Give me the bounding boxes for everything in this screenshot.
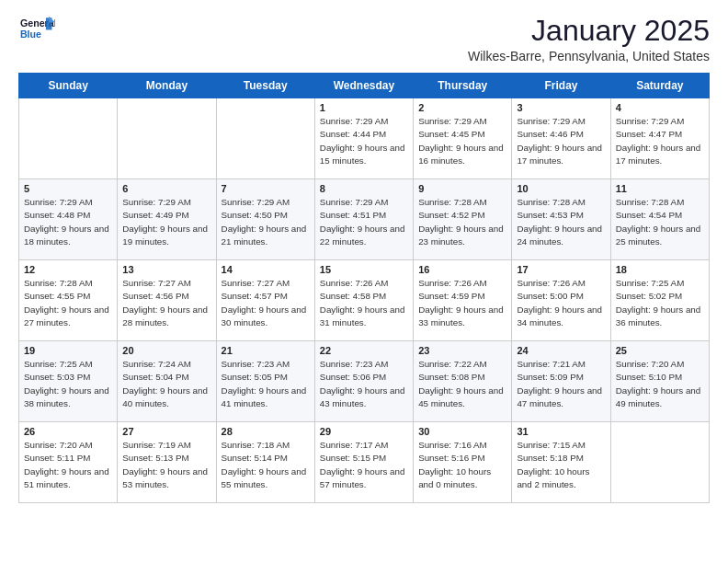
day-number: 23 <box>418 345 506 356</box>
calendar-cell: 29Sunrise: 7:17 AM Sunset: 5:15 PM Dayli… <box>314 422 413 503</box>
calendar-cell <box>118 98 216 179</box>
day-number: 15 <box>320 264 408 275</box>
day-number: 13 <box>122 264 210 275</box>
day-number: 30 <box>418 426 506 437</box>
calendar-cell: 4Sunrise: 7:29 AM Sunset: 4:47 PM Daylig… <box>610 98 709 179</box>
header: General Blue January 2025 Wilkes-Barre, … <box>18 15 710 63</box>
day-number: 27 <box>122 426 210 437</box>
calendar-week-3: 12Sunrise: 7:28 AM Sunset: 4:55 PM Dayli… <box>19 260 710 341</box>
day-number: 4 <box>616 102 704 113</box>
col-sunday: Sunday <box>19 74 118 98</box>
day-info: Sunrise: 7:29 AM Sunset: 4:48 PM Dayligh… <box>24 196 112 248</box>
calendar-week-5: 26Sunrise: 7:20 AM Sunset: 5:11 PM Dayli… <box>19 422 710 503</box>
day-info: Sunrise: 7:28 AM Sunset: 4:53 PM Dayligh… <box>517 196 605 248</box>
calendar-cell: 24Sunrise: 7:21 AM Sunset: 5:09 PM Dayli… <box>512 341 610 422</box>
day-info: Sunrise: 7:27 AM Sunset: 4:56 PM Dayligh… <box>122 277 210 329</box>
day-number: 31 <box>517 426 605 437</box>
calendar-cell: 23Sunrise: 7:22 AM Sunset: 5:08 PM Dayli… <box>414 341 512 422</box>
location-title: Wilkes-Barre, Pennsylvania, United State… <box>468 49 710 63</box>
calendar-cell: 22Sunrise: 7:23 AM Sunset: 5:06 PM Dayli… <box>314 341 413 422</box>
day-number: 7 <box>222 183 310 194</box>
col-thursday: Thursday <box>414 74 512 98</box>
day-info: Sunrise: 7:28 AM Sunset: 4:52 PM Dayligh… <box>418 196 506 248</box>
day-number: 22 <box>320 345 408 356</box>
day-info: Sunrise: 7:20 AM Sunset: 5:11 PM Dayligh… <box>24 439 112 491</box>
day-number: 3 <box>517 102 605 113</box>
day-info: Sunrise: 7:29 AM Sunset: 4:47 PM Dayligh… <box>616 115 704 167</box>
calendar-cell: 10Sunrise: 7:28 AM Sunset: 4:53 PM Dayli… <box>512 179 610 260</box>
day-info: Sunrise: 7:23 AM Sunset: 5:06 PM Dayligh… <box>320 358 408 410</box>
day-info: Sunrise: 7:26 AM Sunset: 5:00 PM Dayligh… <box>517 277 605 329</box>
month-title: January 2025 <box>468 15 710 47</box>
calendar-cell: 6Sunrise: 7:29 AM Sunset: 4:49 PM Daylig… <box>118 179 216 260</box>
day-number: 8 <box>320 183 408 194</box>
col-tuesday: Tuesday <box>216 74 314 98</box>
calendar-cell: 15Sunrise: 7:26 AM Sunset: 4:58 PM Dayli… <box>314 260 413 341</box>
calendar-cell: 3Sunrise: 7:29 AM Sunset: 4:46 PM Daylig… <box>512 98 610 179</box>
day-number: 1 <box>320 102 408 113</box>
calendar-cell: 8Sunrise: 7:29 AM Sunset: 4:51 PM Daylig… <box>314 179 413 260</box>
day-number: 19 <box>24 345 112 356</box>
title-block: January 2025 Wilkes-Barre, Pennsylvania,… <box>468 15 710 63</box>
day-info: Sunrise: 7:25 AM Sunset: 5:03 PM Dayligh… <box>24 358 112 410</box>
col-monday: Monday <box>118 74 216 98</box>
calendar-cell: 2Sunrise: 7:29 AM Sunset: 4:45 PM Daylig… <box>414 98 512 179</box>
day-number: 12 <box>24 264 112 275</box>
day-number: 28 <box>222 426 310 437</box>
day-number: 5 <box>24 183 112 194</box>
calendar-cell: 12Sunrise: 7:28 AM Sunset: 4:55 PM Dayli… <box>19 260 118 341</box>
day-info: Sunrise: 7:29 AM Sunset: 4:45 PM Dayligh… <box>418 115 506 167</box>
col-saturday: Saturday <box>610 74 709 98</box>
day-info: Sunrise: 7:24 AM Sunset: 5:04 PM Dayligh… <box>122 358 210 410</box>
logo: General Blue <box>18 15 55 42</box>
day-info: Sunrise: 7:29 AM Sunset: 4:44 PM Dayligh… <box>320 115 408 167</box>
calendar-cell: 9Sunrise: 7:28 AM Sunset: 4:52 PM Daylig… <box>414 179 512 260</box>
day-info: Sunrise: 7:28 AM Sunset: 4:54 PM Dayligh… <box>616 196 704 248</box>
day-info: Sunrise: 7:19 AM Sunset: 5:13 PM Dayligh… <box>122 439 210 491</box>
day-info: Sunrise: 7:21 AM Sunset: 5:09 PM Dayligh… <box>517 358 605 410</box>
calendar-cell: 30Sunrise: 7:16 AM Sunset: 5:16 PM Dayli… <box>414 422 512 503</box>
day-number: 25 <box>616 345 704 356</box>
calendar-cell: 11Sunrise: 7:28 AM Sunset: 4:54 PM Dayli… <box>610 179 709 260</box>
calendar-cell: 25Sunrise: 7:20 AM Sunset: 5:10 PM Dayli… <box>610 341 709 422</box>
calendar-cell <box>610 422 709 503</box>
day-number: 24 <box>517 345 605 356</box>
calendar-cell: 27Sunrise: 7:19 AM Sunset: 5:13 PM Dayli… <box>118 422 216 503</box>
day-info: Sunrise: 7:26 AM Sunset: 4:58 PM Dayligh… <box>320 277 408 329</box>
day-number: 9 <box>418 183 506 194</box>
col-friday: Friday <box>512 74 610 98</box>
calendar-cell: 1Sunrise: 7:29 AM Sunset: 4:44 PM Daylig… <box>314 98 413 179</box>
calendar-cell: 20Sunrise: 7:24 AM Sunset: 5:04 PM Dayli… <box>118 341 216 422</box>
day-number: 2 <box>418 102 506 113</box>
day-info: Sunrise: 7:15 AM Sunset: 5:18 PM Dayligh… <box>517 439 605 491</box>
day-info: Sunrise: 7:27 AM Sunset: 4:57 PM Dayligh… <box>222 277 310 329</box>
day-number: 26 <box>24 426 112 437</box>
day-number: 14 <box>222 264 310 275</box>
calendar-cell <box>216 98 314 179</box>
day-info: Sunrise: 7:25 AM Sunset: 5:02 PM Dayligh… <box>616 277 704 329</box>
calendar-cell <box>19 98 118 179</box>
calendar-cell: 7Sunrise: 7:29 AM Sunset: 4:50 PM Daylig… <box>216 179 314 260</box>
page: General Blue January 2025 Wilkes-Barre, … <box>0 0 728 563</box>
calendar-cell: 28Sunrise: 7:18 AM Sunset: 5:14 PM Dayli… <box>216 422 314 503</box>
calendar-cell: 18Sunrise: 7:25 AM Sunset: 5:02 PM Dayli… <box>610 260 709 341</box>
calendar-week-4: 19Sunrise: 7:25 AM Sunset: 5:03 PM Dayli… <box>19 341 710 422</box>
calendar-week-1: 1Sunrise: 7:29 AM Sunset: 4:44 PM Daylig… <box>19 98 710 179</box>
day-number: 29 <box>320 426 408 437</box>
calendar-cell: 14Sunrise: 7:27 AM Sunset: 4:57 PM Dayli… <box>216 260 314 341</box>
day-number: 21 <box>222 345 310 356</box>
calendar-cell: 16Sunrise: 7:26 AM Sunset: 4:59 PM Dayli… <box>414 260 512 341</box>
calendar: Sunday Monday Tuesday Wednesday Thursday… <box>18 73 710 503</box>
day-info: Sunrise: 7:20 AM Sunset: 5:10 PM Dayligh… <box>616 358 704 410</box>
day-info: Sunrise: 7:16 AM Sunset: 5:16 PM Dayligh… <box>418 439 506 491</box>
calendar-cell: 21Sunrise: 7:23 AM Sunset: 5:05 PM Dayli… <box>216 341 314 422</box>
day-number: 6 <box>122 183 210 194</box>
day-info: Sunrise: 7:17 AM Sunset: 5:15 PM Dayligh… <box>320 439 408 491</box>
day-number: 10 <box>517 183 605 194</box>
calendar-cell: 31Sunrise: 7:15 AM Sunset: 5:18 PM Dayli… <box>512 422 610 503</box>
calendar-cell: 19Sunrise: 7:25 AM Sunset: 5:03 PM Dayli… <box>19 341 118 422</box>
day-number: 16 <box>418 264 506 275</box>
day-info: Sunrise: 7:29 AM Sunset: 4:50 PM Dayligh… <box>222 196 310 248</box>
svg-text:Blue: Blue <box>20 29 41 40</box>
day-number: 17 <box>517 264 605 275</box>
